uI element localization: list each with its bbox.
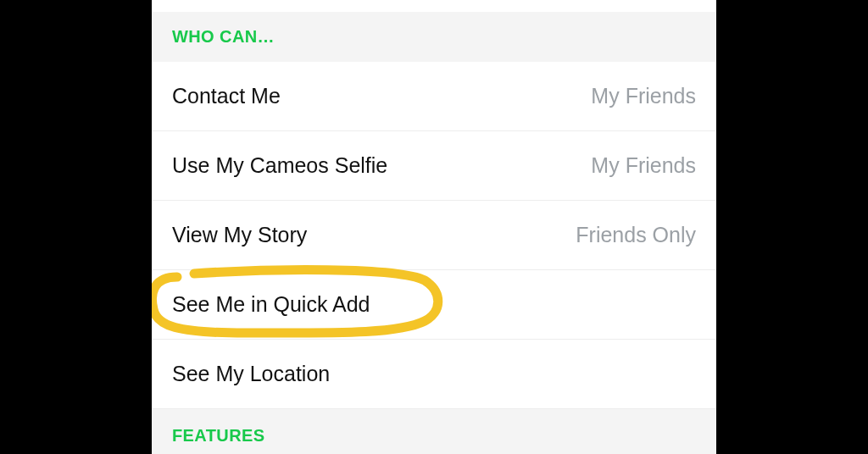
row-contact-me[interactable]: Contact Me My Friends	[152, 62, 716, 131]
row-label: See My Location	[172, 362, 330, 386]
row-value: Friends Only	[576, 223, 696, 247]
row-label: See Me in Quick Add	[172, 292, 370, 317]
row-see-my-location[interactable]: See My Location	[152, 340, 716, 409]
row-value: My Friends	[591, 84, 696, 108]
row-use-my-cameos-selfie[interactable]: Use My Cameos Selfie My Friends	[152, 131, 716, 201]
section-header-who-can: WHO CAN…	[152, 12, 716, 62]
row-label: Use My Cameos Selfie	[172, 153, 387, 178]
row-view-my-story[interactable]: View My Story Friends Only	[152, 201, 716, 270]
section-header-features: FEATURES	[152, 409, 716, 454]
top-blank-area	[152, 0, 716, 12]
row-label: View My Story	[172, 223, 307, 247]
row-see-me-in-quick-add[interactable]: See Me in Quick Add	[152, 270, 716, 340]
row-label: Contact Me	[172, 84, 281, 108]
settings-screen: WHO CAN… Contact Me My Friends Use My Ca…	[152, 0, 716, 454]
row-value: My Friends	[591, 153, 696, 178]
